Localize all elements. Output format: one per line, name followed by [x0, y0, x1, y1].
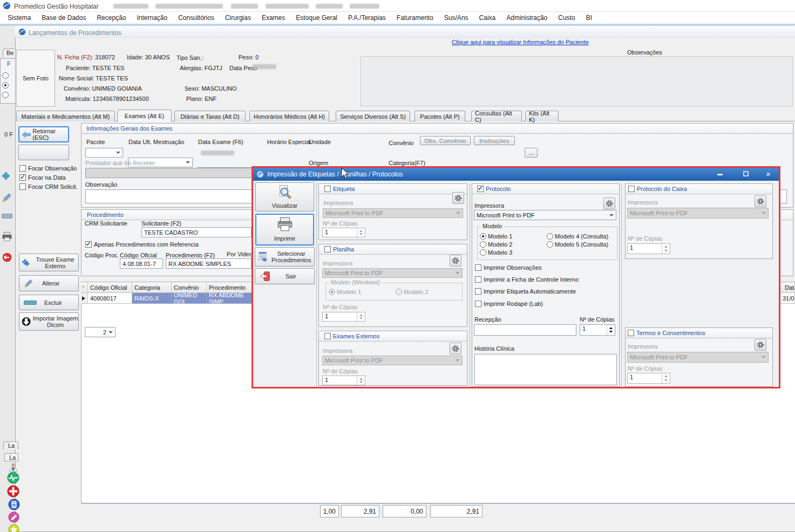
protocolo-modelo4-radio[interactable] [547, 233, 553, 240]
menu-sus-ans[interactable]: Sus/Ans [439, 12, 474, 24]
grid-select-all-header[interactable]: * [81, 282, 88, 293]
planilha-printer-settings-button[interactable] [450, 255, 461, 267]
grid-cell-data[interactable]: 31/0 [780, 293, 795, 304]
observacoes-panel[interactable] [361, 56, 793, 106]
exames-externos-checkbox[interactable] [324, 333, 331, 339]
menu-administracao[interactable]: Administração [501, 12, 553, 24]
grid-cell-procedimento[interactable]: RX ABDOME SIMP [207, 293, 253, 304]
grid-header-categoria[interactable]: Categoria [132, 282, 172, 293]
excluir-button[interactable]: Excluir [19, 295, 79, 310]
imprimir-rodape-checkbox[interactable] [475, 301, 481, 307]
grid-header-convenio[interactable]: Convênio [172, 282, 207, 293]
alterar-button[interactable]: Alterar [19, 275, 79, 291]
protocolo-printer-settings-button[interactable] [603, 197, 615, 209]
grid-cell-categoria[interactable]: RAIOS-X [132, 293, 172, 304]
codigo-oficial-field[interactable]: 4.08.08.01-7 [120, 258, 163, 269]
grid-header-procedimento[interactable]: Procedimento [207, 282, 253, 293]
codigo-proc-select[interactable]: 2 [85, 327, 115, 337]
retornar-button[interactable]: Retornar (ESC) [18, 126, 69, 142]
background-vitals-icon[interactable] [7, 472, 19, 485]
imprimir-button[interactable]: Imprimir [255, 214, 314, 245]
planilha-modelo2-radio[interactable] [396, 289, 402, 295]
protocolo-caixa-checkbox[interactable] [628, 186, 635, 192]
imprimir-ficha-checkbox[interactable] [475, 276, 481, 283]
etiqueta-printer-settings-button[interactable] [452, 192, 464, 204]
protocolo-modelo3-radio[interactable] [480, 249, 486, 256]
background-radio-1[interactable] [2, 72, 9, 79]
termos-checkbox[interactable] [628, 330, 634, 336]
background-bar-icon[interactable] [2, 214, 12, 219]
menu-internacao[interactable]: Internação [131, 12, 173, 24]
pacote-select[interactable] [85, 148, 123, 158]
protocolo-modelo2-radio[interactable] [480, 241, 486, 248]
focar-na-data-checkbox[interactable] [19, 174, 26, 181]
procedimento-field[interactable]: RX ABDOME SIMPLES [166, 258, 252, 269]
visualizar-button[interactable]: Visualizar [255, 182, 314, 212]
background-tab-la2[interactable]: La [4, 453, 18, 461]
imprimir-etiqueta-auto-checkbox[interactable] [475, 288, 481, 295]
grid-cell-codigo[interactable]: 40808017 [88, 293, 132, 304]
background-edit-icon[interactable] [2, 192, 12, 204]
sair-button[interactable]: Sair [255, 268, 315, 284]
solicitante-field[interactable]: TESTE CADASTRO [141, 227, 252, 237]
background-exit-icon[interactable] [2, 252, 12, 264]
menu-pa-terapias[interactable]: P.A./Terapias [343, 12, 391, 24]
grid-header-data[interactable]: Data [780, 282, 795, 293]
protocolo-modelo1-radio[interactable] [480, 233, 486, 240]
menu-recepcao[interactable]: Recepção [91, 12, 131, 24]
historia-clinica-textarea[interactable] [474, 354, 617, 385]
protocolo-checkbox[interactable] [477, 186, 484, 192]
menu-custo[interactable]: Custo [553, 12, 580, 24]
tab-kits[interactable]: Kits (Alt K) [525, 111, 559, 121]
focar-crm-checkbox[interactable] [19, 183, 26, 190]
tab-servicos[interactable]: Serviços Diversos (Alt S) [336, 111, 410, 121]
background-emergency-icon[interactable] [7, 485, 19, 499]
apenas-referencia-checkbox[interactable] [85, 241, 92, 248]
protocolo-copias-stepper[interactable]: 1 [580, 324, 615, 336]
tab-consultas[interactable]: Consultas (Alt C) [471, 111, 522, 121]
exames-externos-printer-settings-button[interactable] [450, 343, 461, 354]
obs-convenio-button[interactable]: Obs. Convênio [420, 136, 471, 145]
tab-honorarios[interactable]: Honorários Médicos (Alt H) [249, 111, 329, 121]
convenio-more-button[interactable]: ... [525, 148, 538, 158]
planilha-modelo1-radio[interactable] [329, 289, 335, 295]
recepcao-field[interactable] [474, 324, 576, 336]
background-add-icon[interactable] [2, 172, 12, 183]
background-printer-icon[interactable] [1, 232, 13, 243]
dialog-titlebar[interactable]: Impressão de Etiquetas / Planilhas / Pro… [253, 168, 779, 181]
minimize-button[interactable] [717, 174, 723, 175]
imprimir-observacoes-checkbox[interactable] [475, 264, 481, 271]
etiqueta-checkbox[interactable] [324, 186, 331, 192]
tab-diarias[interactable]: Diárias e Taxas (Alt D) [174, 111, 246, 121]
importar-dicom-button[interactable]: Importar Imagem Dicom [19, 312, 79, 331]
tab-exames[interactable]: Exames (Alt E) [117, 110, 172, 122]
grid-cell-convenio[interactable]: UNIMED GOI [172, 293, 207, 304]
background-radio-3[interactable] [2, 92, 9, 98]
background-pharmacy-icon[interactable] [8, 511, 19, 524]
selecionar-procedimentos-button[interactable]: ? Selecionar Procedimentos [255, 247, 315, 267]
menu-caixa[interactable]: Caixa [474, 12, 501, 24]
tab-pacotes[interactable]: Pacotes (Alt P) [415, 111, 465, 121]
background-radio-2[interactable] [2, 82, 9, 88]
grid-header-codigo-oficial[interactable]: Código Oficial [88, 282, 132, 293]
menu-exames[interactable]: Exames [256, 12, 290, 24]
focar-observacao-checkbox[interactable] [19, 165, 26, 172]
patient-info-link[interactable]: Clique aqui para visualizar Informações … [452, 39, 589, 45]
background-calculator-icon[interactable] [8, 499, 20, 511]
protocolo-modelo5-radio[interactable] [547, 241, 553, 248]
protocolo-caixa-printer-settings-button[interactable] [755, 195, 766, 207]
protocolo-printer-select[interactable]: Microsoft Print to PDF [474, 210, 616, 220]
instrucoes-button[interactable]: Instruções [474, 136, 515, 145]
menu-estoque-geral[interactable]: Estoque Geral [290, 12, 343, 24]
tab-materiais[interactable]: Materiais e Medicamentos (Alt M) [16, 111, 115, 121]
close-icon[interactable]: × [766, 169, 771, 179]
menu-faturamento[interactable]: Faturamento [391, 12, 439, 24]
menu-consultorios[interactable]: Consultórios [173, 12, 220, 24]
menu-cirurgias[interactable]: Cirurgias [220, 12, 256, 24]
menu-bi[interactable]: BI [581, 12, 597, 24]
termos-printer-settings-button[interactable] [755, 339, 766, 351]
maximize-button[interactable] [743, 171, 749, 176]
trouxe-exame-button[interactable]: Trouxe Exame Externo [19, 254, 79, 271]
background-tab-la1[interactable]: La [3, 441, 18, 449]
menu-sistema[interactable]: Sistema [2, 12, 36, 24]
